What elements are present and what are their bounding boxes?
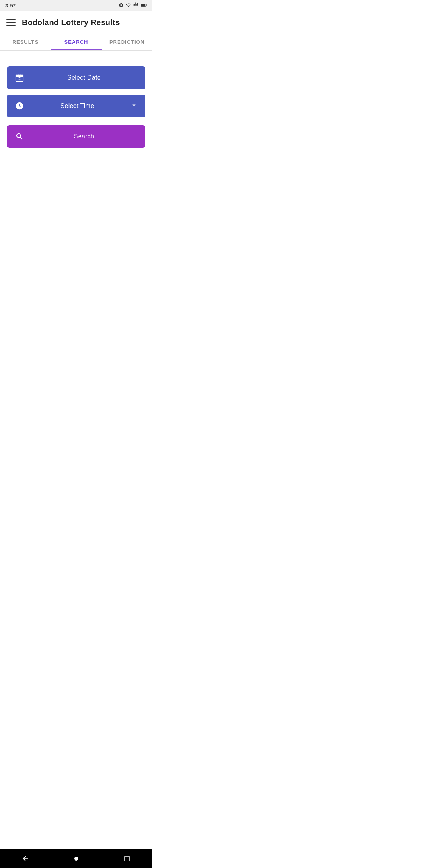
search-button[interactable]: Search — [7, 125, 145, 148]
hamburger-menu-icon[interactable] — [6, 18, 16, 27]
tab-search[interactable]: SEARCH — [51, 34, 102, 50]
select-time-label: Select Time — [30, 102, 124, 109]
status-bar: 3:57 — [0, 0, 152, 11]
chevron-down-icon — [131, 102, 138, 111]
signal-icon — [133, 2, 139, 9]
app-bar: Bodoland Lottery Results — [0, 11, 152, 34]
calendar-icon — [15, 73, 24, 82]
status-icons — [118, 2, 147, 9]
battery-icon — [141, 3, 147, 9]
select-date-label: Select Date — [30, 74, 138, 81]
tab-results[interactable]: RESULTS — [0, 34, 51, 50]
wifi-icon — [126, 2, 131, 9]
tab-prediction[interactable]: PREDICTION — [102, 34, 152, 50]
svg-rect-2 — [141, 4, 145, 6]
select-time-button[interactable]: Select Time — [7, 95, 145, 117]
search-icon — [15, 132, 24, 141]
search-label: Search — [30, 133, 138, 140]
settings-icon — [118, 2, 124, 9]
svg-rect-1 — [146, 4, 147, 5]
status-time: 3:57 — [5, 3, 16, 9]
clock-icon — [15, 101, 24, 111]
select-date-button[interactable]: Select Date — [7, 66, 145, 89]
tabs-container: RESULTS SEARCH PREDICTION — [0, 34, 152, 51]
search-panel: Select Date Select Time Search — [0, 51, 152, 156]
app-title: Bodoland Lottery Results — [22, 18, 120, 27]
